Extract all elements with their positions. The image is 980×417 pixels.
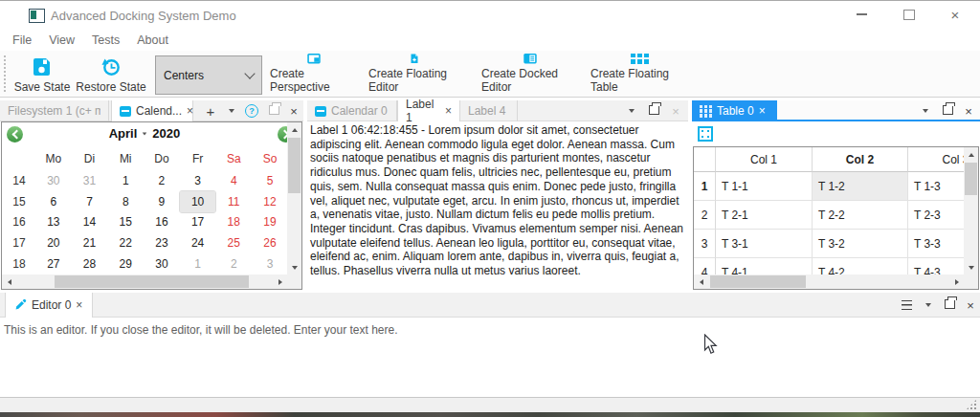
table-row-number[interactable]: 1 xyxy=(694,172,716,201)
calendar-day-cell[interactable]: 22 xyxy=(107,232,144,253)
calendar-day-cell[interactable]: 14 xyxy=(72,212,108,233)
tab-table0[interactable]: Table 0 × xyxy=(692,100,777,121)
calendar-day-cell[interactable]: 1 xyxy=(107,170,144,191)
table-cell[interactable]: T 3-1 xyxy=(716,230,813,258)
calendar-day-cell[interactable]: 12 xyxy=(252,191,288,212)
help-button[interactable]: ? xyxy=(243,102,260,120)
calendar-day-cell[interactable]: 2 xyxy=(215,253,252,274)
menu-item-about[interactable]: About xyxy=(128,30,177,51)
center-float-button[interactable] xyxy=(645,99,662,117)
restore-state-button[interactable]: Restore State xyxy=(75,54,147,94)
create-floating-table-button[interactable]: Create Floating Table xyxy=(590,54,688,94)
calendar-selected-day-cell[interactable]: 10 xyxy=(180,191,216,212)
calendar-year[interactable]: 2020 xyxy=(152,126,180,141)
table-hscrollbar[interactable] xyxy=(694,274,964,289)
calendar-day-cell[interactable]: 6 xyxy=(35,191,72,212)
calendar-day-cell[interactable]: 28 xyxy=(72,253,108,274)
editor-content[interactable]: This is an editor. If you close the edit… xyxy=(4,323,961,337)
tab-close-icon[interactable]: × xyxy=(445,105,452,117)
create-docked-editor-button[interactable]: Create Docked Editor xyxy=(481,54,579,94)
perspective-combo[interactable]: Centers xyxy=(155,55,262,95)
table-cell[interactable]: T 1-3 xyxy=(908,172,964,201)
calendar-day-cell[interactable]: 25 xyxy=(215,232,252,253)
calendar-day-cell[interactable]: 2 xyxy=(144,170,180,191)
table-cell[interactable]: T 4-3 xyxy=(908,258,964,274)
minimize-button[interactable] xyxy=(847,4,876,25)
table-cell[interactable]: T 1-1 xyxy=(716,172,813,201)
calendar-day-cell[interactable]: 11 xyxy=(215,191,252,212)
tab-label1[interactable]: Label 1 × xyxy=(397,100,460,121)
calendar-day-cell[interactable]: 8 xyxy=(107,191,144,212)
scroll-right-button[interactable] xyxy=(273,274,287,289)
calendar-hscrollbar[interactable] xyxy=(2,274,287,289)
create-perspective-button[interactable]: Create Perspective xyxy=(270,54,358,94)
table-cell[interactable]: T 2-1 xyxy=(716,201,813,230)
calendar-month[interactable]: April xyxy=(109,126,138,141)
table-cell[interactable]: T 2-2 xyxy=(813,201,908,230)
scroll-right-button[interactable] xyxy=(949,274,964,289)
calendar-day-cell[interactable]: 29 xyxy=(107,253,144,274)
save-state-button[interactable]: Save State xyxy=(12,54,72,94)
calendar-day-cell[interactable]: 13 xyxy=(35,212,72,233)
calendar-day-cell[interactable]: 27 xyxy=(35,253,72,274)
tab-close-icon[interactable]: × xyxy=(76,299,82,311)
calendar-day-cell[interactable]: 3 xyxy=(180,170,216,191)
table-header-cell[interactable]: Col 1 xyxy=(716,147,813,172)
calendar-day-cell[interactable]: 20 xyxy=(35,232,72,253)
tab-calendar0[interactable]: Calendar 0 xyxy=(307,100,397,121)
center-close-button[interactable]: × xyxy=(667,102,684,120)
calendar-day-cell[interactable]: 17 xyxy=(180,212,216,233)
table-vscrollbar[interactable] xyxy=(964,147,978,274)
left-tabs-menu-button[interactable] xyxy=(223,102,240,120)
editor-tabs-menu-button[interactable] xyxy=(920,296,937,314)
scroll-thumb[interactable] xyxy=(965,163,977,195)
calendar-day-cell[interactable]: 31 xyxy=(72,170,108,191)
left-float-button[interactable] xyxy=(265,99,282,117)
table-header-cell[interactable]: Col 3 xyxy=(908,147,964,172)
calendar-day-cell[interactable]: 30 xyxy=(144,253,180,274)
calendar-day-cell[interactable]: 15 xyxy=(107,212,144,233)
calendar-day-cell[interactable]: 30 xyxy=(35,170,72,191)
calendar-day-cell[interactable]: 24 xyxy=(180,232,216,253)
calendar-day-cell[interactable]: 26 xyxy=(252,232,288,253)
tab-label4[interactable]: Label 4 xyxy=(460,100,518,121)
table-header-cell[interactable]: Col 2 xyxy=(813,147,908,172)
calendar-day-cell[interactable]: 21 xyxy=(72,232,108,253)
calendar-day-cell[interactable]: 1 xyxy=(180,253,216,274)
table-selected-cell[interactable]: T 1-2 xyxy=(813,172,908,201)
table-tool-button[interactable] xyxy=(698,126,713,142)
calendar-day-cell[interactable]: 18 xyxy=(215,212,252,233)
table-row-number[interactable]: 4 xyxy=(694,258,716,274)
right-close-button[interactable]: × xyxy=(960,102,977,120)
resize-grip[interactable] xyxy=(966,399,977,410)
table-cell[interactable]: T 3-2 xyxy=(813,230,908,258)
tab-filesystem[interactable]: Filesystem 1 (c+ m... xyxy=(0,100,109,121)
calendar-day-cell[interactable]: 5 xyxy=(252,170,288,191)
left-close-button[interactable]: × xyxy=(285,102,302,120)
table-row-number[interactable]: 3 xyxy=(694,230,716,258)
close-window-button[interactable]: × xyxy=(941,4,969,25)
toolbar-handle[interactable] xyxy=(3,55,8,93)
calendar-day-cell[interactable]: 3 xyxy=(252,253,288,274)
add-tab-button[interactable]: + xyxy=(202,102,219,120)
editor-float-button[interactable] xyxy=(941,294,958,311)
calendar-day-cell[interactable]: 9 xyxy=(144,191,180,212)
table-cell[interactable]: T 3-3 xyxy=(908,230,964,258)
calendar-day-cell[interactable]: 16 xyxy=(144,212,180,233)
calendar-day-cell[interactable]: 7 xyxy=(72,191,108,212)
menu-item-view[interactable]: View xyxy=(40,30,83,51)
table-cell[interactable]: T 4-1 xyxy=(716,258,813,274)
maximize-button[interactable] xyxy=(895,4,924,25)
table-cell[interactable]: T 2-3 xyxy=(908,201,964,230)
center-tabs-menu-button[interactable] xyxy=(623,102,640,120)
tab-calendar[interactable]: Calend... × xyxy=(111,100,193,121)
scroll-thumb[interactable] xyxy=(710,275,806,288)
tab-close-icon[interactable]: × xyxy=(759,105,766,117)
scroll-thumb[interactable] xyxy=(288,138,301,193)
scroll-up-button[interactable] xyxy=(964,147,978,162)
scroll-left-button[interactable] xyxy=(2,274,16,289)
calendar-vscrollbar[interactable] xyxy=(287,122,301,274)
tab-close-icon[interactable]: × xyxy=(187,105,193,117)
tab-editor0[interactable]: Editor 0 × xyxy=(5,293,93,318)
calendar-day-cell[interactable]: 4 xyxy=(215,170,252,191)
